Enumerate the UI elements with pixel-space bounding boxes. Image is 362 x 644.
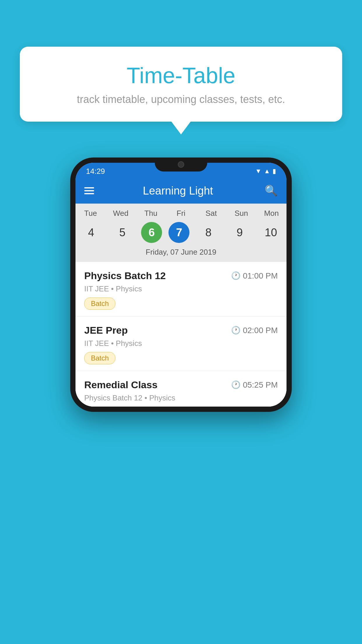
day-headers: Tue Wed Thu Fri Sat Sun Mon [75, 209, 287, 218]
time-value-2: 02:00 PM [243, 326, 278, 335]
time-value-3: 05:25 PM [243, 380, 278, 390]
app-title: Learning Light [101, 185, 258, 197]
schedule-list: Physics Batch 12 🕐 01:00 PM IIT JEE • Ph… [75, 262, 287, 407]
schedule-time-3: 🕐 05:25 PM [231, 380, 278, 390]
day-8[interactable]: 8 [196, 221, 221, 244]
schedule-item-3[interactable]: Remedial Class 🕐 05:25 PM Physics Batch … [75, 371, 287, 407]
schedule-time-2: 🕐 02:00 PM [231, 326, 278, 335]
battery-icon: ▮ [273, 167, 276, 175]
schedule-title-2: JEE Prep [84, 325, 128, 336]
day-6-today[interactable]: 6 [141, 222, 162, 243]
app-bar: Learning Light 🔍 [75, 178, 287, 204]
day-10[interactable]: 10 [259, 221, 283, 244]
schedule-item-3-header: Remedial Class 🕐 05:25 PM [84, 379, 278, 391]
schedule-title-3: Remedial Class [84, 379, 157, 391]
day-header-sun: Sun [229, 209, 254, 218]
schedule-subtitle-2: IIT JEE • Physics [84, 339, 278, 348]
day-header-sat: Sat [199, 209, 224, 218]
phone-camera [178, 161, 184, 168]
status-icons: ▼ ▲ ▮ [255, 167, 276, 175]
calendar-strip: Tue Wed Thu Fri Sat Sun Mon 4 5 6 7 8 9 … [75, 204, 287, 262]
clock-icon-2: 🕐 [231, 326, 240, 335]
day-4[interactable]: 4 [79, 221, 103, 244]
batch-tag-1: Batch [84, 298, 115, 310]
clock-icon-1: 🕐 [231, 271, 240, 280]
status-time: 14:29 [86, 167, 105, 176]
day-numbers: 4 5 6 7 8 9 10 [75, 221, 287, 244]
clock-icon-3: 🕐 [231, 380, 240, 389]
wifi-icon: ▼ [255, 167, 261, 175]
hamburger-icon[interactable] [84, 187, 94, 194]
batch-tag-2: Batch [84, 352, 115, 364]
day-header-fri: Fri [168, 209, 193, 218]
schedule-title-1: Physics Batch 12 [84, 270, 166, 281]
schedule-subtitle-1: IIT JEE • Physics [84, 284, 278, 293]
schedule-item-1[interactable]: Physics Batch 12 🕐 01:00 PM IIT JEE • Ph… [75, 262, 287, 316]
tooltip-subtitle: track timetable, upcoming classes, tests… [37, 93, 325, 106]
day-5[interactable]: 5 [110, 221, 135, 244]
schedule-item-2[interactable]: JEE Prep 🕐 02:00 PM IIT JEE • Physics Ba… [75, 316, 287, 371]
day-header-wed: Wed [108, 209, 133, 218]
day-7-selected[interactable]: 7 [168, 222, 189, 243]
phone-screen: 14:29 ▼ ▲ ▮ Learning Light 🔍 [75, 163, 287, 407]
tooltip-title: Time-Table [37, 63, 325, 88]
schedule-item-1-header: Physics Batch 12 🕐 01:00 PM [84, 270, 278, 281]
tooltip-card: Time-Table track timetable, upcoming cla… [20, 47, 342, 122]
day-9[interactable]: 9 [227, 221, 252, 244]
day-header-mon: Mon [259, 209, 284, 218]
search-icon[interactable]: 🔍 [265, 185, 278, 197]
phone-notch [155, 158, 207, 172]
day-header-tue: Tue [78, 209, 103, 218]
phone-frame: 14:29 ▼ ▲ ▮ Learning Light 🔍 [70, 158, 292, 412]
selected-date: Friday, 07 June 2019 [75, 244, 287, 259]
schedule-item-2-header: JEE Prep 🕐 02:00 PM [84, 325, 278, 336]
day-header-thu: Thu [138, 209, 163, 218]
phone-wrapper: 14:29 ▼ ▲ ▮ Learning Light 🔍 [70, 158, 292, 412]
schedule-time-1: 🕐 01:00 PM [231, 271, 278, 281]
signal-icon: ▲ [264, 167, 270, 175]
schedule-subtitle-3: Physics Batch 12 • Physics [84, 393, 278, 402]
time-value-1: 01:00 PM [243, 271, 278, 281]
